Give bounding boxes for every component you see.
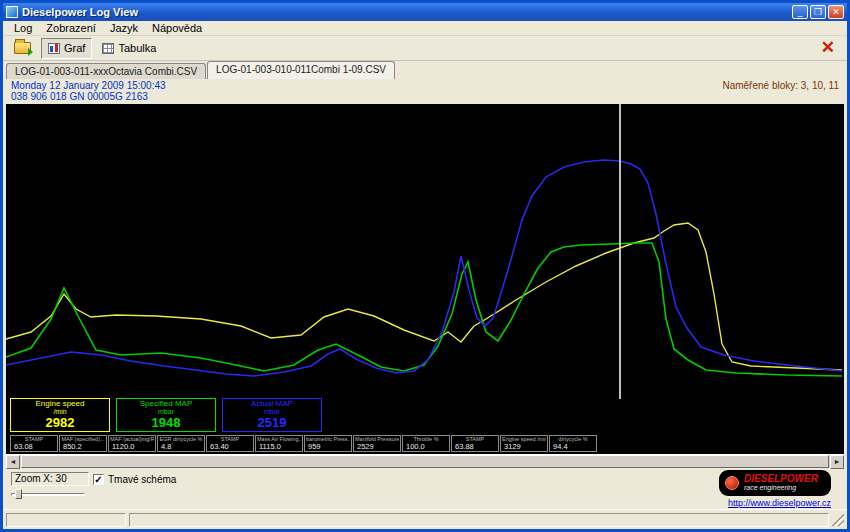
minimize-button[interactable]: _ <box>792 5 808 19</box>
value-cell: STAMP63.08 <box>10 435 58 452</box>
title-bar: Dieselpower Log View _ ❐ ✕ <box>3 3 847 21</box>
open-folder-icon <box>14 42 31 54</box>
tab-log-011[interactable]: LOG-01-003-011-xxxOctavia Combi.CSV <box>6 63 206 79</box>
close-log-icon[interactable]: ✕ <box>821 39 835 57</box>
tab-row: LOG-01-003-011-xxxOctavia Combi.CSV LOG-… <box>3 61 847 79</box>
open-log-button[interactable] <box>7 38 38 59</box>
chart-canvas[interactable] <box>6 104 844 399</box>
status-bar <box>3 509 847 529</box>
scroll-right-button[interactable]: ► <box>830 455 844 469</box>
dark-scheme-checkbox[interactable]: ✓ Tmavé schéma <box>93 474 176 485</box>
legend-engine-speed: Engine speed /min 2982 <box>10 398 110 432</box>
dark-scheme-label: Tmavé schéma <box>108 474 176 485</box>
slider-thumb[interactable] <box>15 489 22 499</box>
zoom-x-label: Zoom X: 30 <box>11 472 89 486</box>
value-cell: MAF (specified)...850.2 <box>59 435 107 452</box>
status-panel-left <box>6 513 126 527</box>
tabulka-button-label: Tabulka <box>118 42 156 54</box>
value-cell: MAF (actual)mg/R1120.0 <box>108 435 156 452</box>
ecu-id: 038 906 018 GN 00005G 2163 <box>11 91 148 102</box>
measured-blocks: Naměřené bloky: 3, 10, 11 <box>722 80 839 91</box>
info-row: Monday 12 January 2009 15:00:43 Naměřené… <box>3 79 847 91</box>
app-window: Dieselpower Log View _ ❐ ✕ Log Zobrazení… <box>0 0 850 532</box>
legend-actual-map: Actual MAP mbar 2519 <box>222 398 322 432</box>
tab-log-010-011[interactable]: LOG-01-003-010-011Combi 1-09.CSV <box>207 61 395 79</box>
legend-title: Engine speed <box>11 400 109 408</box>
scrollbar-thumb[interactable] <box>21 455 829 468</box>
window-title: Dieselpower Log View <box>22 6 790 18</box>
tabulka-button[interactable]: Tabulka <box>95 38 163 59</box>
ecu-info-row: 038 906 018 GN 00005G 2163 <box>3 91 847 104</box>
value-cell: barometric Press...959 <box>304 435 352 452</box>
menu-napoveda[interactable]: Nápověda <box>145 22 209 34</box>
logo-text-1: DIESELPOWER <box>744 474 818 484</box>
close-button[interactable]: ✕ <box>828 5 844 19</box>
app-icon <box>6 6 18 18</box>
series-actual-map <box>6 160 842 376</box>
value-cell: Mass Air Flowing...1115.0 <box>255 435 303 452</box>
value-cell: dirtycycle %94.4 <box>549 435 597 452</box>
graf-button[interactable]: Graf <box>41 38 92 59</box>
legend-value: 2519 <box>223 416 321 430</box>
chart-icon <box>48 43 60 54</box>
value-cell: Throttle %100.0 <box>402 435 450 452</box>
value-cells-strip: STAMP63.08 MAF (specified)...850.2 MAF (… <box>6 434 844 454</box>
log-datetime: Monday 12 January 2009 15:00:43 <box>11 80 166 91</box>
value-cell: Engine speed /min3129 <box>500 435 548 452</box>
toolbar: Graf Tabulka ✕ <box>3 36 847 61</box>
value-cell: STAMP63.40 <box>206 435 254 452</box>
graf-button-label: Graf <box>64 42 85 54</box>
menu-log[interactable]: Log <box>7 22 39 34</box>
chart-area[interactable]: Engine speed /min 2982 Specified MAP mba… <box>6 104 844 434</box>
legend-specified-map: Specified MAP mbar 1948 <box>116 398 216 432</box>
menu-bar: Log Zobrazení Jazyk Nápověda <box>3 21 847 36</box>
menu-jazyk[interactable]: Jazyk <box>103 22 145 34</box>
legend-row: Engine speed /min 2982 Specified MAP mba… <box>10 398 322 432</box>
value-cell: STAMP63.88 <box>451 435 499 452</box>
series-engine-speed <box>6 223 842 370</box>
checkbox-check-icon[interactable]: ✓ <box>93 474 104 485</box>
footer-panel: Zoom X: 30 ✓ Tmavé schéma DIESELPOWER ra… <box>3 468 847 508</box>
legend-value: 1948 <box>117 416 215 430</box>
legend-value: 2982 <box>11 416 109 430</box>
table-icon <box>102 43 114 54</box>
dieselpower-logo: DIESELPOWER race engineering <box>719 470 831 496</box>
dieselpower-link[interactable]: http://www.dieselpower.cz <box>728 498 831 508</box>
slider-groove <box>11 493 85 496</box>
zoom-x-slider[interactable] <box>11 489 85 499</box>
logo-dot-icon <box>725 476 739 490</box>
maximize-button[interactable]: ❐ <box>810 5 826 19</box>
value-cell: EGR dirtycycle %4.8 <box>157 435 205 452</box>
resize-grip[interactable] <box>831 513 844 526</box>
value-cell: Manifold Pressure...2529 <box>353 435 401 452</box>
logo-text-2: race engineering <box>744 484 818 492</box>
scroll-left-button[interactable]: ◄ <box>6 455 20 469</box>
legend-title: Actual MAP <box>223 400 321 408</box>
status-panel-main <box>129 513 829 527</box>
legend-title: Specified MAP <box>117 400 215 408</box>
horizontal-scrollbar[interactable]: ◄ ► <box>6 454 844 468</box>
menu-zobrazeni[interactable]: Zobrazení <box>39 22 103 34</box>
